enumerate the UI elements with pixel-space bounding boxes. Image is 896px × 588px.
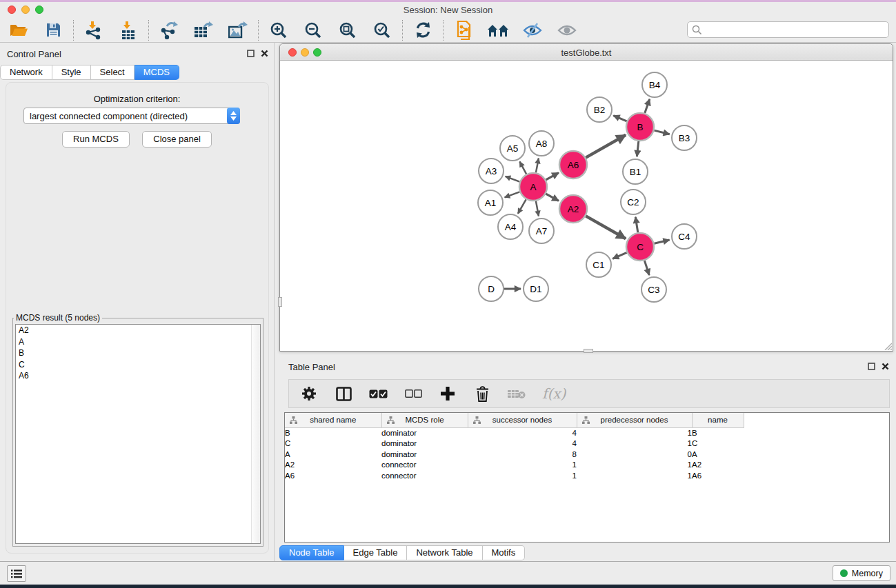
- zoom-out-button[interactable]: [301, 20, 325, 41]
- table-cell[interactable]: dominator: [381, 438, 468, 449]
- hide-selected-button[interactable]: [521, 20, 544, 41]
- graph-edge-B-B4[interactable]: [645, 99, 650, 113]
- graph-edge-A-A1[interactable]: [505, 192, 520, 197]
- tab-select[interactable]: Select: [91, 65, 135, 80]
- graph-edge-A-A3[interactable]: [506, 176, 520, 182]
- frame-edge-grip[interactable]: [278, 297, 282, 307]
- network-window-titlebar[interactable]: testGlobe.txt: [280, 44, 893, 61]
- search-box[interactable]: [687, 21, 889, 38]
- run-mcds-button[interactable]: Run MCDS: [62, 131, 130, 148]
- graph-edge-B-B1[interactable]: [637, 141, 638, 156]
- zoom-fit-button[interactable]: [336, 20, 359, 41]
- memory-button[interactable]: Memory: [833, 565, 890, 581]
- network-canvas[interactable]: B4B2BB3A8A5A6A3B1AC2A1A2A4A7C4CC1DC3D1: [281, 61, 892, 350]
- deselect-all-button[interactable]: [404, 383, 422, 404]
- graph-edge-B-B2[interactable]: [613, 116, 626, 121]
- table-cell[interactable]: dominator: [381, 427, 468, 438]
- import-table-button[interactable]: [117, 20, 140, 41]
- new-network-from-selection-button[interactable]: [452, 20, 475, 41]
- tab-network[interactable]: Network: [0, 65, 52, 80]
- column-header-mcds-role[interactable]: MCDS role: [381, 413, 468, 427]
- result-item[interactable]: B: [16, 347, 260, 359]
- search-input[interactable]: [702, 22, 888, 37]
- table-cell[interactable]: 0: [577, 449, 692, 460]
- delete-table-button[interactable]: [508, 383, 526, 404]
- table-cell[interactable]: 4: [468, 427, 577, 438]
- table-cell[interactable]: 1: [468, 460, 577, 471]
- export-table-button[interactable]: [192, 20, 215, 41]
- select-all-button[interactable]: [369, 383, 388, 404]
- criterion-select[interactable]: largest connected component (directed): [23, 108, 240, 124]
- table-row[interactable]: Bdominator41B: [285, 427, 889, 438]
- table-cell[interactable]: A: [692, 449, 744, 460]
- float-panel-icon[interactable]: [868, 363, 875, 370]
- graph-edge-A-A8[interactable]: [536, 159, 539, 173]
- column-header-name[interactable]: name: [692, 413, 744, 427]
- table-cell[interactable]: 4: [468, 438, 577, 449]
- graph-edge-C-C4[interactable]: [654, 240, 669, 243]
- float-panel-icon[interactable]: [247, 50, 255, 57]
- result-scrollbar-track[interactable]: [251, 325, 260, 543]
- graph-edge-C-C3[interactable]: [644, 261, 649, 275]
- tab-motifs[interactable]: Motifs: [483, 545, 526, 560]
- open-session-button[interactable]: [7, 20, 30, 41]
- tab-node-table[interactable]: Node Table: [279, 545, 344, 560]
- table-row[interactable]: Adominator80A: [285, 449, 889, 460]
- table-row[interactable]: A6connector11A6: [285, 470, 889, 481]
- table-cell[interactable]: 1: [577, 427, 692, 438]
- graph-edge-A-A2[interactable]: [546, 194, 559, 201]
- table-cell[interactable]: connector: [381, 470, 468, 481]
- show-columns-button[interactable]: [335, 383, 352, 404]
- column-header-shared-name[interactable]: shared name: [285, 413, 381, 427]
- table-cell[interactable]: A6: [285, 470, 381, 481]
- create-column-button[interactable]: [439, 383, 457, 404]
- graph-edge-A2-C[interactable]: [586, 216, 626, 239]
- table-cell[interactable]: A2: [692, 460, 744, 471]
- refresh-view-button[interactable]: [411, 20, 435, 41]
- table-cell[interactable]: connector: [381, 460, 468, 471]
- table-cell[interactable]: [744, 470, 889, 481]
- import-network-button[interactable]: [82, 20, 106, 41]
- table-cell[interactable]: C: [285, 438, 381, 449]
- result-item[interactable]: C: [16, 359, 260, 371]
- export-network-button[interactable]: [157, 20, 181, 41]
- table-cell[interactable]: dominator: [381, 449, 468, 460]
- table-cell[interactable]: C: [692, 438, 744, 449]
- table-row[interactable]: Cdominator41C: [285, 438, 889, 449]
- table-cell[interactable]: A2: [285, 460, 381, 471]
- graph-edge-A-A6[interactable]: [546, 173, 559, 180]
- graph-edge-A-A4[interactable]: [518, 199, 526, 214]
- delete-column-button[interactable]: [473, 383, 491, 404]
- close-panel-icon[interactable]: [882, 363, 889, 370]
- tab-mcds[interactable]: MCDS: [135, 65, 179, 80]
- graph-edge-A-A7[interactable]: [536, 201, 539, 216]
- result-item[interactable]: A2: [16, 325, 260, 336]
- tab-edge-table[interactable]: Edge Table: [344, 545, 408, 560]
- show-all-button[interactable]: [555, 20, 579, 41]
- zoom-in-button[interactable]: [267, 20, 290, 41]
- table-cell[interactable]: 1: [468, 470, 577, 481]
- zoom-selected-button[interactable]: [370, 20, 394, 41]
- resize-grip-icon[interactable]: [882, 341, 892, 350]
- save-session-button[interactable]: [41, 20, 65, 41]
- task-history-button[interactable]: [7, 565, 26, 582]
- frame-edge-grip[interactable]: [584, 349, 593, 353]
- result-item[interactable]: A6: [16, 370, 260, 382]
- table-settings-button[interactable]: [300, 383, 318, 404]
- table-cell[interactable]: 8: [468, 449, 577, 460]
- graph-edge-C-C1[interactable]: [613, 252, 627, 258]
- table-cell[interactable]: [744, 427, 889, 438]
- table-cell[interactable]: A: [285, 449, 381, 460]
- function-builder-button[interactable]: f(x): [542, 383, 566, 404]
- table-cell[interactable]: B: [692, 427, 744, 438]
- close-panel-button[interactable]: Close panel: [142, 131, 212, 148]
- close-panel-icon[interactable]: [261, 50, 268, 57]
- table-cell[interactable]: 1: [577, 460, 692, 471]
- table-cell[interactable]: B: [285, 427, 381, 438]
- column-header-predecessor-nodes[interactable]: predecessor nodes: [577, 413, 692, 427]
- table-cell[interactable]: [744, 438, 889, 449]
- column-header-successor-nodes[interactable]: successor nodes: [468, 413, 577, 427]
- graph-edge-C-C2[interactable]: [635, 217, 638, 233]
- export-image-button[interactable]: [226, 20, 250, 41]
- tab-style[interactable]: Style: [52, 65, 91, 80]
